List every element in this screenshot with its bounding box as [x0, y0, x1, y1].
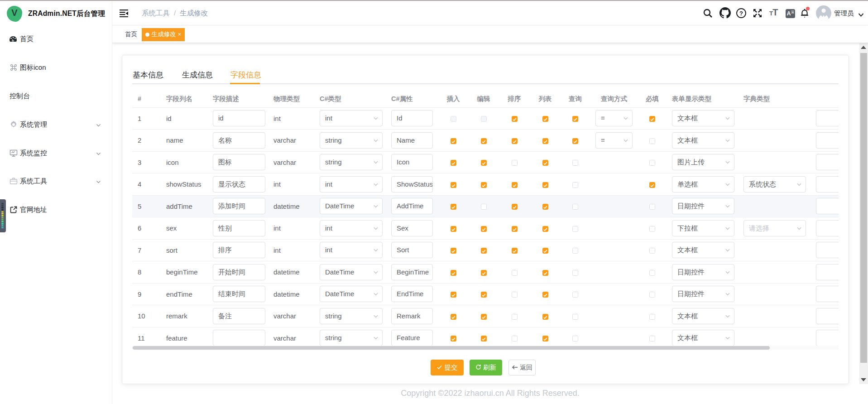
svg-text:?: ? [739, 10, 743, 17]
